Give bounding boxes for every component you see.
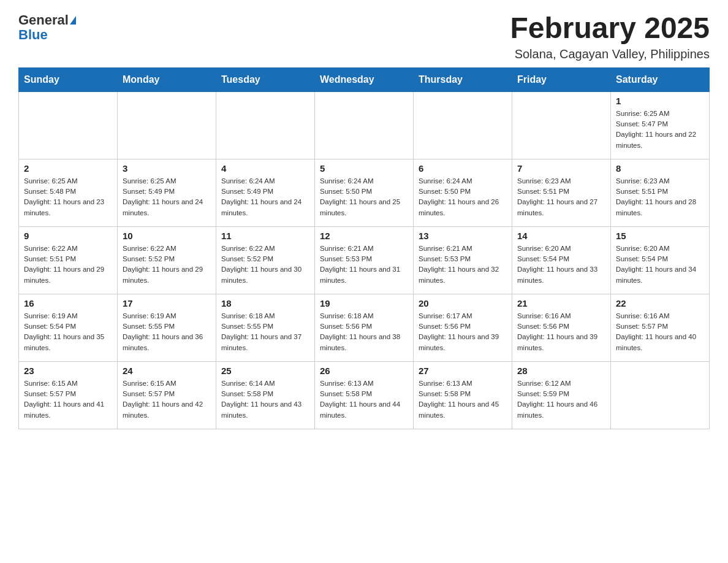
calendar-cell: 25Sunrise: 6:14 AMSunset: 5:58 PMDayligh… xyxy=(216,361,315,429)
cell-day-number: 17 xyxy=(123,298,211,308)
calendar-cell: 18Sunrise: 6:18 AMSunset: 5:55 PMDayligh… xyxy=(216,294,315,361)
calendar-header-row: SundayMondayTuesdayWednesdayThursdayFrid… xyxy=(19,67,710,91)
calendar-cell: 3Sunrise: 6:25 AMSunset: 5:49 PMDaylight… xyxy=(118,159,216,226)
col-header-monday: Monday xyxy=(118,67,216,91)
calendar-week-row: 9Sunrise: 6:22 AMSunset: 5:51 PMDaylight… xyxy=(19,226,710,294)
cell-sun-info: Sunrise: 6:17 AMSunset: 5:56 PMDaylight:… xyxy=(419,311,507,353)
calendar-cell xyxy=(414,91,512,159)
calendar-cell xyxy=(216,91,315,159)
cell-day-number: 23 xyxy=(24,366,112,376)
page-header: General Blue February 2025 Solana, Cagay… xyxy=(18,12,710,61)
cell-day-number: 4 xyxy=(221,163,309,174)
cell-sun-info: Sunrise: 6:24 AMSunset: 5:50 PMDaylight:… xyxy=(320,176,408,218)
cell-day-number: 21 xyxy=(517,298,605,308)
cell-day-number: 15 xyxy=(616,231,704,241)
calendar-cell: 17Sunrise: 6:19 AMSunset: 5:55 PMDayligh… xyxy=(118,294,216,361)
cell-day-number: 2 xyxy=(24,163,112,174)
calendar-cell: 20Sunrise: 6:17 AMSunset: 5:56 PMDayligh… xyxy=(414,294,512,361)
calendar-cell: 26Sunrise: 6:13 AMSunset: 5:58 PMDayligh… xyxy=(315,361,414,429)
cell-sun-info: Sunrise: 6:25 AMSunset: 5:49 PMDaylight:… xyxy=(123,176,211,218)
col-header-wednesday: Wednesday xyxy=(315,67,414,91)
cell-sun-info: Sunrise: 6:21 AMSunset: 5:53 PMDaylight:… xyxy=(320,243,408,286)
calendar-cell: 19Sunrise: 6:18 AMSunset: 5:56 PMDayligh… xyxy=(315,294,414,361)
cell-sun-info: Sunrise: 6:20 AMSunset: 5:54 PMDaylight:… xyxy=(517,243,605,286)
cell-sun-info: Sunrise: 6:13 AMSunset: 5:58 PMDaylight:… xyxy=(419,378,507,421)
logo-blue-text: Blue xyxy=(18,27,48,43)
calendar-cell: 12Sunrise: 6:21 AMSunset: 5:53 PMDayligh… xyxy=(315,226,414,294)
cell-day-number: 5 xyxy=(320,163,408,174)
calendar-week-row: 1Sunrise: 6:25 AMSunset: 5:47 PMDaylight… xyxy=(19,91,710,159)
cell-day-number: 6 xyxy=(419,163,507,174)
calendar-cell: 14Sunrise: 6:20 AMSunset: 5:54 PMDayligh… xyxy=(512,226,611,294)
calendar-cell: 15Sunrise: 6:20 AMSunset: 5:54 PMDayligh… xyxy=(611,226,710,294)
cell-day-number: 19 xyxy=(320,298,408,308)
calendar-cell: 13Sunrise: 6:21 AMSunset: 5:53 PMDayligh… xyxy=(414,226,512,294)
calendar-table: SundayMondayTuesdayWednesdayThursdayFrid… xyxy=(18,67,710,429)
cell-sun-info: Sunrise: 6:23 AMSunset: 5:51 PMDaylight:… xyxy=(616,176,704,218)
calendar-cell: 5Sunrise: 6:24 AMSunset: 5:50 PMDaylight… xyxy=(315,159,414,226)
calendar-cell xyxy=(118,91,216,159)
calendar-cell xyxy=(512,91,611,159)
cell-day-number: 22 xyxy=(616,298,704,308)
title-section: February 2025 Solana, Cagayan Valley, Ph… xyxy=(510,12,710,61)
col-header-thursday: Thursday xyxy=(414,67,512,91)
calendar-cell: 27Sunrise: 6:13 AMSunset: 5:58 PMDayligh… xyxy=(414,361,512,429)
cell-day-number: 7 xyxy=(517,163,605,174)
cell-day-number: 28 xyxy=(517,366,605,376)
cell-sun-info: Sunrise: 6:18 AMSunset: 5:56 PMDaylight:… xyxy=(320,311,408,353)
cell-day-number: 10 xyxy=(123,231,211,241)
calendar-cell: 24Sunrise: 6:15 AMSunset: 5:57 PMDayligh… xyxy=(118,361,216,429)
cell-sun-info: Sunrise: 6:25 AMSunset: 5:48 PMDaylight:… xyxy=(24,176,112,218)
calendar-cell: 6Sunrise: 6:24 AMSunset: 5:50 PMDaylight… xyxy=(414,159,512,226)
cell-sun-info: Sunrise: 6:25 AMSunset: 5:47 PMDaylight:… xyxy=(616,109,704,151)
cell-day-number: 13 xyxy=(419,231,507,241)
calendar-cell: 22Sunrise: 6:16 AMSunset: 5:57 PMDayligh… xyxy=(611,294,710,361)
calendar-cell: 23Sunrise: 6:15 AMSunset: 5:57 PMDayligh… xyxy=(19,361,118,429)
calendar-cell: 10Sunrise: 6:22 AMSunset: 5:52 PMDayligh… xyxy=(118,226,216,294)
cell-day-number: 3 xyxy=(123,163,211,174)
cell-sun-info: Sunrise: 6:21 AMSunset: 5:53 PMDaylight:… xyxy=(419,243,507,286)
cell-day-number: 20 xyxy=(419,298,507,308)
cell-sun-info: Sunrise: 6:13 AMSunset: 5:58 PMDaylight:… xyxy=(320,378,408,421)
calendar-cell: 2Sunrise: 6:25 AMSunset: 5:48 PMDaylight… xyxy=(19,159,118,226)
cell-sun-info: Sunrise: 6:15 AMSunset: 5:57 PMDaylight:… xyxy=(24,378,112,421)
cell-sun-info: Sunrise: 6:15 AMSunset: 5:57 PMDaylight:… xyxy=(123,378,211,421)
cell-day-number: 25 xyxy=(221,366,309,376)
cell-day-number: 26 xyxy=(320,366,408,376)
cell-sun-info: Sunrise: 6:16 AMSunset: 5:57 PMDaylight:… xyxy=(616,311,704,353)
logo-triangle-icon xyxy=(70,16,76,25)
calendar-cell: 7Sunrise: 6:23 AMSunset: 5:51 PMDaylight… xyxy=(512,159,611,226)
calendar-week-row: 2Sunrise: 6:25 AMSunset: 5:48 PMDaylight… xyxy=(19,159,710,226)
cell-sun-info: Sunrise: 6:23 AMSunset: 5:51 PMDaylight:… xyxy=(517,176,605,218)
cell-day-number: 18 xyxy=(221,298,309,308)
logo-general-text: General xyxy=(18,12,69,28)
cell-sun-info: Sunrise: 6:22 AMSunset: 5:51 PMDaylight:… xyxy=(24,243,112,286)
cell-day-number: 9 xyxy=(24,231,112,241)
cell-sun-info: Sunrise: 6:19 AMSunset: 5:55 PMDaylight:… xyxy=(123,311,211,353)
col-header-saturday: Saturday xyxy=(611,67,710,91)
calendar-title: February 2025 xyxy=(510,12,710,45)
calendar-cell: 16Sunrise: 6:19 AMSunset: 5:54 PMDayligh… xyxy=(19,294,118,361)
calendar-cell: 8Sunrise: 6:23 AMSunset: 5:51 PMDaylight… xyxy=(611,159,710,226)
calendar-cell: 21Sunrise: 6:16 AMSunset: 5:56 PMDayligh… xyxy=(512,294,611,361)
cell-day-number: 8 xyxy=(616,163,704,174)
cell-sun-info: Sunrise: 6:24 AMSunset: 5:49 PMDaylight:… xyxy=(221,176,309,218)
col-header-tuesday: Tuesday xyxy=(216,67,315,91)
calendar-week-row: 16Sunrise: 6:19 AMSunset: 5:54 PMDayligh… xyxy=(19,294,710,361)
cell-sun-info: Sunrise: 6:14 AMSunset: 5:58 PMDaylight:… xyxy=(221,378,309,421)
col-header-sunday: Sunday xyxy=(19,67,118,91)
calendar-cell: 9Sunrise: 6:22 AMSunset: 5:51 PMDaylight… xyxy=(19,226,118,294)
cell-day-number: 14 xyxy=(517,231,605,241)
calendar-cell: 1Sunrise: 6:25 AMSunset: 5:47 PMDaylight… xyxy=(611,91,710,159)
logo: General Blue xyxy=(18,12,77,43)
cell-day-number: 16 xyxy=(24,298,112,308)
calendar-subtitle: Solana, Cagayan Valley, Philippines xyxy=(510,47,710,61)
cell-sun-info: Sunrise: 6:12 AMSunset: 5:59 PMDaylight:… xyxy=(517,378,605,421)
calendar-week-row: 23Sunrise: 6:15 AMSunset: 5:57 PMDayligh… xyxy=(19,361,710,429)
cell-sun-info: Sunrise: 6:22 AMSunset: 5:52 PMDaylight:… xyxy=(123,243,211,286)
cell-day-number: 24 xyxy=(123,366,211,376)
cell-sun-info: Sunrise: 6:18 AMSunset: 5:55 PMDaylight:… xyxy=(221,311,309,353)
cell-day-number: 27 xyxy=(419,366,507,376)
cell-day-number: 12 xyxy=(320,231,408,241)
cell-sun-info: Sunrise: 6:19 AMSunset: 5:54 PMDaylight:… xyxy=(24,311,112,353)
